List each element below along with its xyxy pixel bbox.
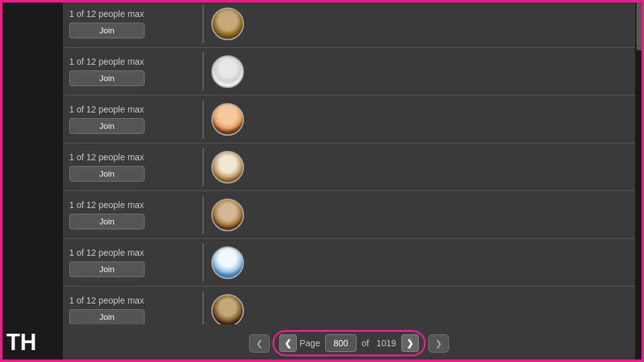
avatar	[211, 8, 244, 40]
page-prev-button[interactable]: ❮	[279, 334, 297, 352]
row-divider	[203, 101, 204, 138]
row-divider	[203, 292, 204, 329]
page-of-label: of	[362, 338, 369, 348]
avatar	[211, 199, 244, 231]
join-button[interactable]: Join	[69, 70, 145, 86]
server-info: 1 of 12 people max Join	[69, 248, 195, 277]
people-count-text: 1 of 12 people max	[69, 9, 195, 19]
avatar	[211, 294, 244, 327]
people-count-text: 1 of 12 people max	[69, 104, 195, 114]
server-info: 1 of 12 people max Join	[69, 9, 195, 38]
th-logo: TH	[6, 329, 36, 356]
server-info: 1 of 12 people max Join	[69, 295, 195, 325]
server-row: 1 of 12 people max Join	[63, 48, 635, 96]
main-content: 1 of 12 people max Join 1 of 12 people m…	[63, 0, 635, 362]
scrollbar-thumb[interactable]	[636, 0, 643, 50]
pagination-group: ❮ Page of 1019 ❯	[272, 330, 426, 356]
pagination-bar: ❮ ❮ Page of 1019 ❯ ❯	[63, 324, 635, 362]
server-row: 1 of 12 people max Join	[63, 191, 635, 239]
scrollbar[interactable]	[635, 0, 644, 362]
server-info: 1 of 12 people max Join	[69, 57, 195, 86]
avatar	[211, 55, 244, 88]
server-row: 1 of 12 people max Join	[63, 143, 635, 191]
join-button[interactable]: Join	[69, 118, 145, 134]
join-button[interactable]: Join	[69, 214, 145, 229]
page-next-button[interactable]: ❯	[401, 334, 419, 352]
server-info: 1 of 12 people max Join	[69, 152, 195, 182]
page-total: 1019	[377, 338, 396, 348]
left-panel: TH	[0, 0, 63, 362]
row-divider	[203, 148, 204, 186]
row-divider	[203, 244, 204, 282]
avatar	[211, 246, 244, 279]
server-info: 1 of 12 people max Join	[69, 200, 195, 229]
row-divider	[203, 53, 204, 90]
page-number-input[interactable]	[325, 334, 357, 352]
people-count-text: 1 of 12 people max	[69, 248, 195, 258]
page-label: Page	[299, 338, 320, 348]
join-button[interactable]: Join	[69, 166, 145, 182]
row-divider	[203, 5, 204, 43]
server-row: 1 of 12 people max Join	[63, 0, 635, 48]
join-button[interactable]: Join	[69, 261, 145, 277]
server-row: 1 of 12 people max Join	[63, 239, 635, 287]
row-divider	[203, 196, 204, 234]
page-last-button[interactable]: ❯	[428, 334, 449, 353]
people-count-text: 1 of 12 people max	[69, 57, 195, 67]
people-count-text: 1 of 12 people max	[69, 200, 195, 210]
people-count-text: 1 of 12 people max	[69, 152, 195, 162]
avatar	[211, 151, 244, 184]
join-button[interactable]: Join	[69, 23, 145, 38]
server-info: 1 of 12 people max Join	[69, 104, 195, 134]
page-first-button[interactable]: ❮	[249, 334, 270, 353]
server-row: 1 of 12 people max Join	[63, 96, 635, 143]
server-list: 1 of 12 people max Join 1 of 12 people m…	[63, 0, 635, 324]
join-button[interactable]: Join	[69, 309, 145, 325]
avatar	[211, 103, 244, 136]
people-count-text: 1 of 12 people max	[69, 295, 195, 305]
